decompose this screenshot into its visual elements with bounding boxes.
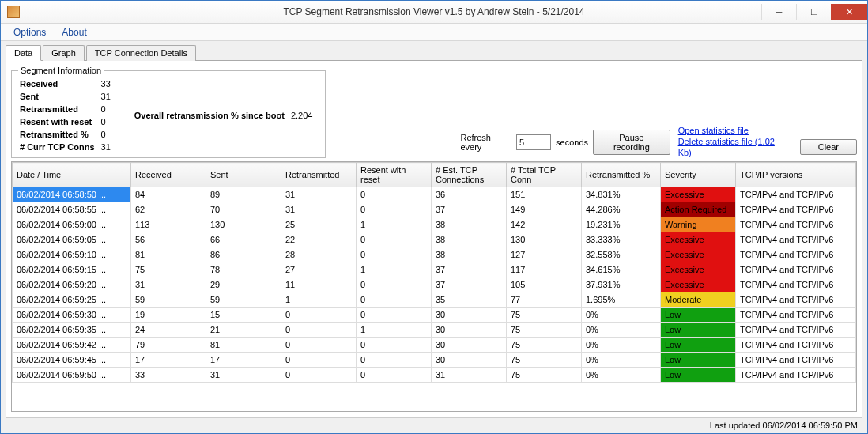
col-resent[interactable]: Resent with reset <box>357 163 432 187</box>
seg-retrans-val: 0 <box>101 104 115 115</box>
col-versions[interactable]: TCP/IP versions <box>736 163 856 187</box>
severity-cell: Low <box>661 353 736 368</box>
severity-cell: Low <box>661 308 736 323</box>
tab-panel-data: Segment Information Received33 Sent31 Re… <box>6 60 862 417</box>
top-row: Segment Information Received33 Sent31 Re… <box>11 66 857 158</box>
app-icon <box>7 6 20 18</box>
severity-cell: Moderate <box>661 292 736 308</box>
seg-overall-lbl: Overall retransmission % since boot <box>134 78 289 153</box>
severity-cell: Excessive <box>661 232 736 247</box>
maximize-button[interactable]: ☐ <box>796 4 831 20</box>
segment-info-group: Segment Information Received33 Sent31 Re… <box>11 66 326 158</box>
col-sent[interactable]: Sent <box>206 163 281 187</box>
menubar: Options About <box>1 24 867 41</box>
seg-sent-lbl: Sent <box>20 91 100 102</box>
severity-cell: Excessive <box>661 247 736 262</box>
window-title: TCP Segment Retransmission Viewer v1.5 b… <box>1 6 867 17</box>
severity-cell: Excessive <box>661 262 736 277</box>
col-retrans[interactable]: Retransmitted <box>281 163 357 187</box>
table-row[interactable]: 06/02/2014 06:58:50 ...84893103615134.83… <box>13 187 856 202</box>
tab-details[interactable]: TCP Connection Details <box>86 45 196 61</box>
pause-recording-button[interactable]: Pause recording <box>593 130 670 155</box>
severity-cell: Action Required <box>661 202 736 217</box>
seg-sent-val: 31 <box>101 91 115 102</box>
table-row[interactable]: 06/02/2014 06:59:15 ...75782713711734.61… <box>13 262 856 277</box>
col-received[interactable]: Received <box>131 163 206 187</box>
data-grid[interactable]: Date / Time Received Sent Retransmitted … <box>11 161 857 412</box>
table-row[interactable]: 06/02/2014 06:59:05 ...56662203813033.33… <box>13 232 856 247</box>
content-area: Data Graph TCP Connection Details Segmen… <box>1 41 867 433</box>
col-severity[interactable]: Severity <box>661 163 736 187</box>
col-estconn[interactable]: # Est. TCP Connections <box>432 163 507 187</box>
menu-about[interactable]: About <box>55 25 92 40</box>
severity-cell: Excessive <box>661 277 736 292</box>
segment-info-legend: Segment Information <box>18 66 104 75</box>
seg-curr-val: 31 <box>101 142 115 153</box>
seg-curr-lbl: # Curr TCP Conns <box>20 142 100 153</box>
table-row[interactable]: 06/02/2014 06:59:30 ...19150030750%LowTC… <box>13 308 856 323</box>
table-row[interactable]: 06/02/2014 06:59:25 ...59591035771.695%M… <box>13 292 856 308</box>
grid-header-row: Date / Time Received Sent Retransmitted … <box>13 163 856 187</box>
refresh-label-2: seconds <box>556 138 588 147</box>
severity-cell: Warning <box>661 217 736 232</box>
status-last-updated: Last updated 06/02/2014 06:59:50 PM <box>710 421 858 430</box>
table-row[interactable]: 06/02/2014 06:59:50 ...33310031750%LowTC… <box>13 368 856 383</box>
delete-stats-link[interactable]: Delete statistics file (1.02 Kb) <box>678 136 787 158</box>
menu-options[interactable]: Options <box>7 25 52 40</box>
tab-data[interactable]: Data <box>6 45 41 61</box>
severity-cell: Low <box>661 368 736 383</box>
table-row[interactable]: 06/02/2014 06:59:45 ...17170030750%LowTC… <box>13 353 856 368</box>
table-row[interactable]: 06/02/2014 06:59:10 ...81862803812732.55… <box>13 247 856 262</box>
seg-resent-lbl: Resent with reset <box>20 116 100 127</box>
seg-retranspct-val: 0 <box>101 129 115 140</box>
severity-cell: Excessive <box>661 187 736 202</box>
severity-cell: Low <box>661 338 736 353</box>
table-row[interactable]: 06/02/2014 06:59:20 ...31291103710537.93… <box>13 277 856 292</box>
seg-retrans-lbl: Retransmitted <box>20 104 100 115</box>
refresh-seconds-input[interactable] <box>516 134 551 150</box>
refresh-label-1: Refresh every <box>460 133 511 152</box>
file-links: Open statistics file Delete statistics f… <box>678 125 792 158</box>
seg-received-val: 33 <box>101 78 115 89</box>
seg-retranspct-lbl: Retransmitted % <box>20 129 100 140</box>
table-row[interactable]: 06/02/2014 06:59:42 ...79810030750%LowTC… <box>13 338 856 353</box>
window-buttons: ─ ☐ ✕ <box>761 4 867 20</box>
clear-button[interactable]: Clear <box>800 139 857 155</box>
severity-cell: Low <box>661 323 736 338</box>
col-retranspct[interactable]: Retransmitted % <box>582 163 661 187</box>
titlebar: TCP Segment Retransmission Viewer v1.5 b… <box>1 1 867 24</box>
open-stats-link[interactable]: Open statistics file <box>678 125 787 136</box>
minimize-button[interactable]: ─ <box>761 4 796 20</box>
close-button[interactable]: ✕ <box>831 4 867 20</box>
table-row[interactable]: 06/02/2014 06:59:35 ...24210130750%LowTC… <box>13 323 856 338</box>
table-row[interactable]: 06/02/2014 06:58:55 ...62703103714944.28… <box>13 202 856 217</box>
status-bar: Last updated 06/02/2014 06:59:50 PM <box>6 417 862 432</box>
seg-overall-val: 2.204 <box>291 78 318 153</box>
table-row[interactable]: 06/02/2014 06:59:00 ...1131302513814219.… <box>13 217 856 232</box>
tab-graph[interactable]: Graph <box>43 45 85 61</box>
tab-strip: Data Graph TCP Connection Details <box>6 45 862 61</box>
col-datetime[interactable]: Date / Time <box>13 163 131 187</box>
seg-received-lbl: Received <box>20 78 100 89</box>
refresh-controls: Refresh every seconds Pause recording <box>460 130 670 158</box>
col-totconn[interactable]: # Total TCP Conn <box>507 163 582 187</box>
seg-resent-val: 0 <box>101 116 115 127</box>
